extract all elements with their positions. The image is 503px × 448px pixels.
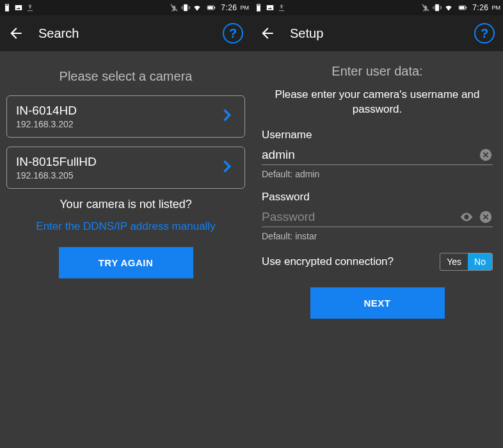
username-hint: Default: admin	[262, 169, 493, 179]
not-listed-text: Your camera is not listed?	[6, 198, 245, 211]
svg-rect-6	[459, 6, 465, 9]
manual-entry-link[interactable]: Enter the DDNS/IP address manually	[6, 220, 245, 233]
app-bar-search: Search ?	[0, 15, 252, 51]
wifi-icon	[444, 3, 453, 12]
camera-item[interactable]: IN-8015FullHD 192.168.3.205	[6, 147, 245, 189]
sim-icon	[254, 3, 263, 12]
status-bar: 7:26PM	[252, 0, 503, 15]
toggle-yes[interactable]: Yes	[440, 253, 468, 270]
vibrate-icon	[181, 3, 190, 12]
bluetooth-off-icon	[421, 3, 430, 12]
app-bar-setup: Setup ?	[252, 15, 503, 51]
bluetooth-off-icon	[170, 3, 179, 12]
clear-icon[interactable]	[479, 148, 493, 162]
page-title: Search	[38, 26, 222, 41]
camera-ip: 192.168.3.205	[16, 170, 218, 180]
svg-rect-3	[214, 7, 215, 8]
help-icon: ?	[223, 23, 243, 44]
password-input[interactable]: Password	[262, 210, 493, 227]
enter-user-data-heading: Enter user data:	[262, 64, 493, 79]
password-placeholder: Password	[262, 210, 454, 224]
back-button[interactable]	[259, 25, 276, 42]
select-camera-heading: Please select a camera	[6, 69, 245, 84]
svg-rect-7	[466, 7, 467, 8]
username-input[interactable]: admin	[262, 148, 493, 165]
camera-ip: 192.168.3.202	[16, 119, 218, 129]
status-time: 7:26	[221, 3, 237, 12]
svg-rect-2	[208, 6, 213, 9]
camera-item[interactable]: IN-6014HD 192.168.3.202	[6, 95, 245, 138]
battery-icon	[456, 3, 470, 12]
help-icon: ?	[474, 23, 495, 44]
password-hint: Default: instar	[262, 231, 493, 241]
status-time: 7:26	[472, 3, 488, 12]
upload-icon	[277, 3, 286, 12]
setup-screen: 7:26PM Setup ? Enter user data: Please e…	[252, 0, 503, 448]
image-icon	[14, 3, 23, 12]
username-value: admin	[262, 148, 474, 162]
camera-name: IN-6014HD	[16, 104, 218, 118]
status-bar: 7:26PM	[0, 0, 252, 15]
chevron-right-icon	[218, 106, 236, 127]
image-icon	[266, 3, 275, 12]
vibrate-icon	[433, 3, 442, 12]
encrypted-toggle[interactable]: Yes No	[440, 253, 493, 271]
wifi-icon	[193, 3, 202, 12]
toggle-no[interactable]: No	[468, 253, 492, 270]
battery-icon	[204, 3, 218, 12]
help-button[interactable]: ?	[474, 22, 495, 44]
status-ampm: PM	[241, 4, 250, 11]
page-title: Setup	[290, 26, 474, 41]
next-button[interactable]: NEXT	[310, 287, 445, 319]
sim-icon	[3, 3, 12, 12]
chevron-right-icon	[218, 157, 236, 178]
password-label: Password	[262, 191, 493, 204]
camera-name: IN-8015FullHD	[16, 155, 218, 169]
back-button[interactable]	[8, 25, 24, 42]
upload-icon	[26, 3, 35, 12]
clear-icon[interactable]	[479, 210, 493, 224]
encrypted-label: Use encrypted connection?	[262, 255, 440, 268]
try-again-button[interactable]: TRY AGAIN	[59, 247, 193, 278]
enter-user-data-sub: Please enter your camera's username and …	[262, 88, 493, 117]
eye-icon[interactable]	[459, 210, 474, 224]
status-ampm: PM	[492, 4, 501, 11]
search-screen: 7:26PM Search ? Please select a camera I…	[0, 0, 252, 448]
username-label: Username	[262, 129, 493, 141]
help-button[interactable]: ?	[222, 22, 244, 44]
